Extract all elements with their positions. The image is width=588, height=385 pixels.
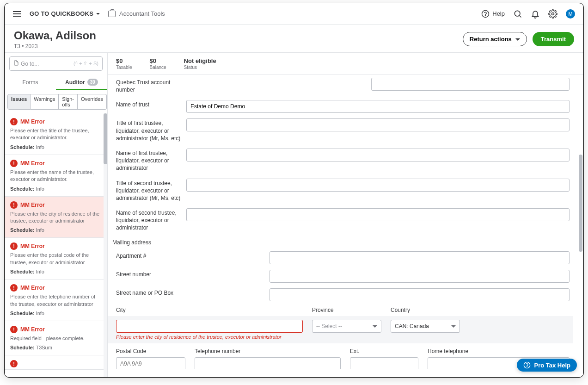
error-icon: !	[10, 284, 18, 292]
issue-schedule: Schedule: Info	[10, 144, 102, 150]
top-bar: GO TO QUICKBOOKS Accountant Tools Help M	[5, 3, 583, 25]
accountant-tools-label: Accountant Tools	[119, 10, 165, 17]
main-content: $0 Taxable $0 Balance Not eligible Statu…	[108, 53, 583, 378]
issue-schedule: Schedule: Info	[10, 269, 102, 274]
label-name-trust: Name of trust	[108, 99, 186, 110]
label-title-second-trustee: Title of second trustee, liquidator, exe…	[108, 178, 186, 204]
label-ext: Ext.	[350, 348, 418, 354]
svg-point-6	[527, 366, 527, 367]
left-sidebar: Go to... (^ + ⇧ + S) Forms Auditor 39 Is…	[5, 53, 108, 378]
filter-warnings[interactable]: Warnings	[31, 94, 59, 110]
label-name-first-trustee: Name of first trustee, liquidator, execu…	[108, 148, 186, 174]
issue-item[interactable]: !MM ErrorPlease enter the city of reside…	[5, 197, 107, 238]
label-telephone: Telephone number	[195, 348, 341, 354]
error-icon: !	[10, 201, 18, 209]
input-street-number[interactable]	[270, 270, 570, 283]
metric-balance: $0 Balance	[149, 57, 166, 70]
issue-schedule: Schedule: Info	[10, 310, 102, 316]
svg-point-5	[524, 362, 530, 368]
issue-item[interactable]: !MM ErrorPlease enter the title of the t…	[5, 113, 107, 155]
svg-point-0	[482, 10, 489, 17]
help-button[interactable]: Help	[481, 10, 505, 18]
country-value: CAN: Canada	[395, 323, 429, 329]
search-icon[interactable]	[513, 9, 522, 19]
balance-value: $0	[149, 57, 166, 64]
label-street-number: Street number	[108, 269, 270, 280]
tab-auditor[interactable]: Auditor 39	[56, 75, 107, 90]
input-name-trust[interactable]	[186, 100, 570, 113]
input-postal[interactable]	[116, 357, 185, 369]
filter-overrides[interactable]: Overrides	[78, 94, 107, 110]
gear-icon[interactable]	[548, 9, 557, 19]
input-apartment[interactable]	[270, 251, 570, 264]
topbar-right: Help M	[481, 9, 575, 19]
issue-title: MM Error	[20, 285, 45, 291]
input-name-first-trustee[interactable]	[186, 149, 570, 161]
filter-signoffs[interactable]: Sign-offs	[59, 94, 78, 110]
svg-point-1	[485, 15, 486, 16]
issue-schedule: Schedule: T3Sum	[10, 345, 102, 350]
input-qc-trust[interactable]	[371, 78, 570, 91]
issue-title: MM Error	[20, 243, 45, 249]
help-icon	[523, 361, 531, 369]
pro-tax-help-button[interactable]: Pro Tax Help	[517, 359, 577, 372]
filter-issues[interactable]: Issues	[7, 94, 31, 110]
menu-icon[interactable]	[13, 11, 21, 17]
auditor-count-badge: 39	[87, 79, 98, 86]
input-city[interactable]	[116, 320, 303, 333]
form-scroll[interactable]: Quebec Trust account number Name of trus…	[108, 75, 583, 369]
input-name-second-trustee[interactable]	[186, 208, 570, 221]
label-qc-trust: Quebec Trust account number	[108, 77, 186, 95]
status-value: Not eligible	[184, 57, 216, 64]
issue-schedule: Schedule: Info	[10, 186, 102, 192]
help-chip-label: Pro Tax Help	[534, 362, 570, 369]
bell-icon[interactable]	[531, 9, 540, 19]
issue-item[interactable]: !MM ErrorPlease enter the telephone numb…	[5, 279, 107, 321]
document-icon	[13, 60, 19, 68]
metric-taxable: $0 Taxable	[116, 57, 132, 70]
issue-item[interactable]: !MM ErrorPlease enter the postal code of…	[5, 238, 107, 279]
metric-status: Not eligible Status	[184, 57, 216, 70]
balance-label: Balance	[149, 65, 166, 70]
label-name-second-trustee: Name of second trustee, liquidator, exec…	[108, 207, 186, 234]
tab-forms[interactable]: Forms	[5, 75, 56, 90]
issues-list[interactable]: !MM ErrorPlease enter the title of the t…	[5, 113, 107, 378]
accountant-tools-button[interactable]: Accountant Tools	[108, 10, 165, 17]
issue-item[interactable]: !	[5, 355, 107, 370]
issue-body: Please enter the title of the trustee, e…	[10, 127, 102, 142]
select-country[interactable]: CAN: Canada	[391, 320, 460, 333]
input-title-second-trustee[interactable]	[186, 179, 570, 192]
issue-title: MM Error	[20, 202, 45, 208]
help-label: Help	[492, 10, 505, 17]
issue-title: MM Error	[20, 160, 45, 167]
goto-input[interactable]: Go to... (^ + ⇧ + S)	[9, 56, 103, 71]
transmit-button[interactable]: Transmit	[533, 32, 574, 46]
error-icon: !	[10, 160, 18, 167]
input-ext[interactable]	[350, 357, 418, 369]
svg-line-3	[520, 15, 521, 17]
scrollbar-thumb[interactable]	[104, 113, 107, 164]
content-scrollbar-thumb[interactable]	[579, 155, 582, 252]
issue-item[interactable]: !MM ErrorRequired field - please complet…	[5, 321, 107, 355]
issue-body: Required field - please complete.	[10, 335, 102, 342]
label-country: Country	[391, 307, 460, 313]
input-street-name[interactable]	[270, 288, 570, 301]
client-name: Okawa, Adilson	[14, 29, 96, 42]
error-icon: !	[10, 326, 18, 333]
input-title-first-trustee[interactable]	[186, 118, 570, 131]
select-province[interactable]: -- Select --	[312, 320, 381, 333]
content-scrollbar	[579, 71, 582, 378]
issue-title: MM Error	[20, 118, 45, 125]
issue-item[interactable]: !MM ErrorPlease enter the name of the tr…	[5, 155, 107, 197]
chevron-down-icon	[96, 10, 100, 17]
return-actions-button[interactable]: Return actions	[463, 32, 527, 46]
goto-quickbooks-menu[interactable]: GO TO QUICKBOOKS	[30, 10, 100, 17]
avatar[interactable]: M	[566, 9, 575, 19]
city-error-message: Please enter the city of residence of th…	[116, 334, 303, 340]
goto-shortcut: (^ + ⇧ + S)	[74, 61, 98, 67]
city-row-highlight: Please enter the city of residence of th…	[108, 316, 573, 343]
label-province: Province	[312, 307, 381, 313]
label-apartment: Apartment #	[108, 250, 270, 261]
input-telephone[interactable]	[195, 357, 341, 369]
status-label: Status	[184, 65, 216, 70]
